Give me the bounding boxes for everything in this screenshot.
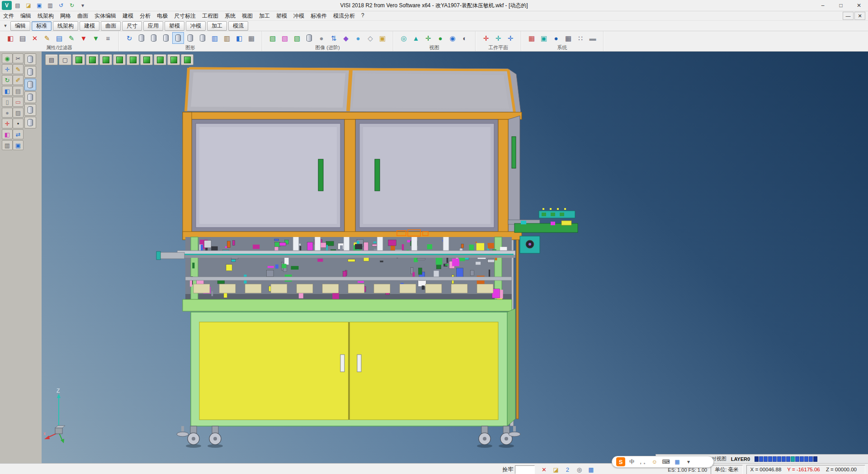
hatch-icon[interactable]: ▨ (13, 108, 24, 118)
grid-mini-icon[interactable]: ▦ (585, 465, 596, 474)
layer-list-icon[interactable]: ▤ (53, 32, 65, 44)
machine-casters[interactable] (177, 426, 520, 448)
tab-die[interactable]: 冲模 (186, 21, 206, 31)
snap-lock-field[interactable] (515, 465, 535, 474)
open-mini-icon[interactable]: ◪ (550, 465, 561, 474)
box-list-icon[interactable]: ◧ (233, 32, 245, 44)
cylinder-shaded-icon[interactable] (172, 32, 184, 44)
display-mode-5-icon[interactable] (24, 104, 36, 116)
save2-icon[interactable]: ▣ (13, 140, 24, 150)
plane-icon[interactable]: ◇ (364, 32, 376, 44)
ime-keyboard-icon[interactable]: ⌨ (661, 457, 670, 466)
machine-cabinet[interactable] (183, 299, 515, 426)
display-mode-3-icon[interactable] (24, 79, 36, 90)
new-doc-icon[interactable]: ▤ (13, 1, 23, 10)
menu-item[interactable]: 冲模 (290, 12, 307, 20)
menu-item[interactable]: 视图 (239, 12, 256, 20)
render-icon[interactable]: ▣ (377, 32, 388, 44)
menu-item[interactable]: 塑模 (273, 12, 290, 20)
slab-icon[interactable]: ▬ (587, 32, 599, 44)
undo-icon[interactable]: ↺ (56, 1, 66, 10)
sphere-icon[interactable]: ● (2, 108, 13, 118)
tab-wireframe[interactable]: 线架构 (53, 21, 78, 31)
axes-icon[interactable]: ✛ (2, 118, 13, 128)
machine-roof[interactable] (186, 67, 521, 113)
image-pink-icon[interactable]: ▧ (279, 32, 291, 44)
grid-icon[interactable]: ▦ (562, 32, 574, 44)
point-icon[interactable]: • (13, 118, 24, 128)
sphere-blue-icon[interactable]: ● (352, 32, 364, 44)
view-axes-icon[interactable]: ✛ (422, 32, 434, 44)
ime-mode-icon[interactable]: 中 (627, 457, 637, 466)
cylinder-icon[interactable]: ▯ (2, 97, 13, 107)
snap-grid-icon[interactable]: ∷ (575, 32, 586, 44)
swap-icon[interactable]: ⇄ (13, 129, 24, 139)
eraser-icon[interactable]: ▭ (13, 97, 24, 107)
view-axon-icon[interactable] (167, 54, 180, 65)
cylinder-edges-icon[interactable] (184, 32, 196, 44)
view-blank-icon[interactable]: ▢ (59, 54, 71, 65)
diamond-icon[interactable]: ◆ (340, 32, 352, 44)
menu-item[interactable]: 系统 (222, 12, 239, 20)
palette-icon[interactable]: ◧ (2, 129, 13, 139)
redo-icon[interactable]: ↻ (67, 1, 77, 10)
workplane-iso-icon[interactable]: ✛ (492, 32, 504, 44)
cylinder-wire-icon[interactable] (136, 32, 147, 44)
view-left-icon[interactable] (127, 54, 139, 65)
machine-model[interactable] (42, 52, 868, 463)
view-target-icon[interactable]: ◉ (447, 32, 458, 44)
cube-icon[interactable]: ◧ (2, 86, 13, 96)
image-quality-icon[interactable]: ▧ (267, 32, 278, 44)
view-zoom-icon[interactable]: ◎ (398, 32, 410, 44)
menu-item[interactable]: 工程图 (199, 12, 222, 20)
view-right-icon[interactable] (113, 54, 126, 65)
menu-item[interactable]: 实体编辑 (91, 12, 119, 20)
menu-item[interactable]: 网格 (57, 12, 74, 20)
attr-print-icon[interactable]: ▤ (17, 32, 28, 44)
print-icon[interactable]: ▥ (45, 1, 55, 10)
machine-mechanism[interactable] (156, 230, 515, 301)
refresh-icon[interactable]: ↻ (123, 32, 135, 44)
doc-minimize-button[interactable]: — (843, 12, 854, 20)
view-bottom-icon[interactable] (154, 54, 166, 65)
move-icon[interactable]: ✛ (2, 64, 13, 74)
ime-more-icon[interactable]: ▾ (684, 457, 693, 466)
sheet-icon[interactable]: ▤ (13, 86, 24, 96)
display-mode-2-icon[interactable] (24, 66, 36, 78)
tab-dimension[interactable]: 尺寸 (122, 21, 142, 31)
scissors-icon[interactable]: ✂ (13, 53, 24, 63)
view-top-icon[interactable] (99, 54, 112, 65)
menu-item[interactable]: 编辑 (17, 12, 34, 20)
menu-item[interactable]: 曲面 (74, 12, 91, 20)
tab-surface[interactable]: 曲面 (101, 21, 121, 31)
menu-item[interactable]: 标准件 (307, 12, 330, 20)
shaded-ball-icon[interactable]: ● (316, 32, 327, 44)
menu-item[interactable]: 建模 (119, 12, 137, 20)
ime-toolbox-icon[interactable]: ▦ (673, 457, 682, 466)
app-logo-icon[interactable]: V (2, 1, 12, 10)
attr-color-icon[interactable]: ◧ (5, 32, 16, 44)
menu-item[interactable]: 电极 (154, 12, 171, 20)
layer-pencil-icon[interactable]: ✎ (66, 32, 77, 44)
view-ball-icon[interactable]: ● (434, 32, 446, 44)
view-front-icon[interactable] (86, 54, 99, 65)
tab-dropdown-icon[interactable]: ▼ (2, 22, 9, 29)
workplane-xy-icon[interactable]: ✛ (480, 32, 492, 44)
settings-icon[interactable]: ◎ (574, 465, 585, 474)
filter-down-red-icon[interactable]: ▼ (78, 32, 90, 44)
sogou-logo-icon[interactable]: S (616, 457, 625, 466)
notebook-icon[interactable]: ▥ (209, 32, 221, 44)
close-button[interactable]: ✕ (850, 0, 868, 11)
view-list-icon[interactable]: ▤ (45, 54, 58, 65)
menu-item[interactable]: ? (358, 12, 368, 20)
save-icon[interactable]: ▣ (34, 1, 44, 10)
menu-item[interactable]: 分析 (137, 12, 154, 20)
image-green-icon[interactable]: ▧ (291, 32, 303, 44)
cylinder-dashed-icon[interactable] (160, 32, 172, 44)
menu-item[interactable]: 线架构 (34, 12, 57, 20)
tab-modeling[interactable]: 建模 (80, 21, 99, 31)
menu-item[interactable]: 文件 (0, 12, 17, 20)
pencil-icon[interactable]: ✎ (13, 64, 24, 74)
zoom-select-icon[interactable]: ◉ (2, 53, 13, 63)
ime-punct-icon[interactable]: ，。 (639, 457, 648, 466)
